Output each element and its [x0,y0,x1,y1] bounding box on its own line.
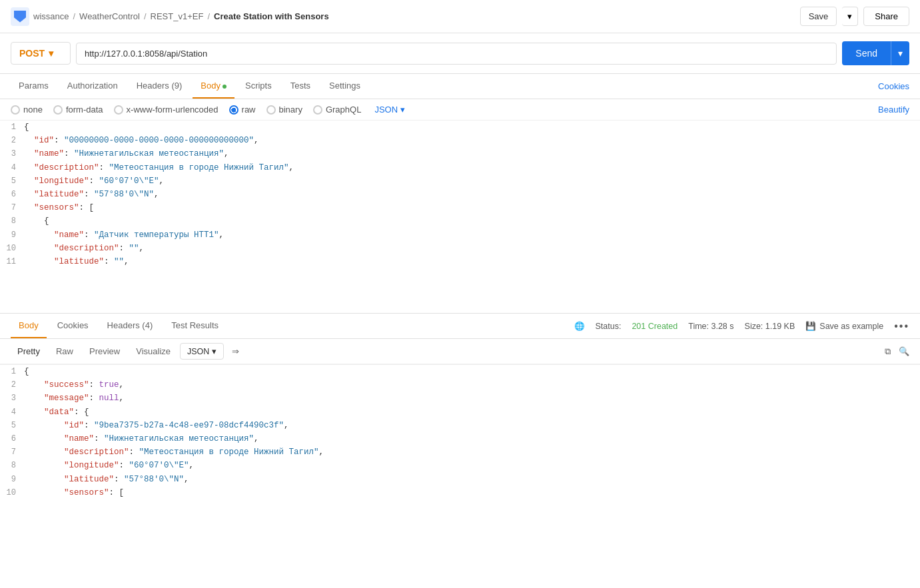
send-dropdown-icon[interactable]: ▾ [891,42,909,65]
save-example-button[interactable]: 💾 Save as example [805,321,883,331]
response-line-7: 7 "description": "Метеостанция в городе … [0,445,920,459]
breadcrumb: wissance / WeatherControl / REST_v1+EF /… [11,7,329,26]
filter-icon[interactable]: ⇒ [232,346,239,356]
body-active-dot [223,85,227,89]
top-nav: wissance / WeatherControl / REST_v1+EF /… [0,0,920,33]
status-code: 201 Created [632,322,678,331]
top-actions: Save ▾ Share [800,7,909,26]
app-logo [11,7,29,26]
body-type-graphql[interactable]: GraphQL [313,105,361,115]
body-type-row: none form-data x-www-form-urlencoded raw… [0,99,920,121]
tab-settings[interactable]: Settings [321,74,368,99]
time-label: Time: 3.28 s [688,322,733,331]
save-button[interactable]: Save [800,7,837,26]
response-line-3: 3 "message": null, [0,392,920,405]
response-line-8: 8 "longitude": "60°07'0\"E", [0,459,920,472]
resp-tab-headers[interactable]: Headers (4) [99,314,161,338]
fmt-visualize[interactable]: Visualize [129,343,177,360]
share-button[interactable]: Share [863,7,909,26]
response-line-1: 1{ [0,365,920,378]
response-line-2: 2 "success": true, [0,378,920,392]
method-selector[interactable]: POST ▾ [11,42,71,65]
request-line-6: 6 "latitude": "57°88'0\"N", [0,188,920,201]
send-label: Send [842,42,891,65]
breadcrumb-current: Create Station with Sensors [214,11,329,21]
tab-tests[interactable]: Tests [282,74,318,99]
json-format-selector[interactable]: JSON ▾ [374,105,405,115]
search-icon[interactable]: 🔍 [899,346,909,356]
response-line-9: 9 "latitude": "57°88'0\"N", [0,473,920,486]
request-line-10: 10 "description": "", [0,242,920,255]
response-line-6: 6 "name": "Нижнетагильская метеостанция"… [0,432,920,445]
resp-format-bar: Pretty Raw Preview Visualize JSON ▾ ⇒ ⧉ … [0,339,920,364]
breadcrumb-project[interactable]: WeatherControl [79,11,140,21]
body-type-binary[interactable]: binary [266,105,302,115]
fmt-raw[interactable]: Raw [49,343,80,360]
request-line-7: 7 "sensors": [ [0,201,920,214]
response-line-10: 10 "sensors": [ [0,486,920,497]
resp-right-icons: ⧉ 🔍 [885,346,909,357]
more-options-button[interactable]: ••• [894,320,909,332]
tab-body[interactable]: Body [193,74,234,99]
response-body-editor[interactable]: 1{2 "success": true,3 "message": null,4 … [0,364,920,497]
cookies-link[interactable]: Cookies [878,75,909,98]
tab-params[interactable]: Params [11,74,57,99]
method-label: POST [19,48,45,59]
request-line-11: 11 "latitude": "", [0,255,920,268]
body-type-raw[interactable]: raw [229,105,256,115]
method-dropdown-icon: ▾ [49,48,53,59]
body-type-none[interactable]: none [11,105,43,115]
radio-form-data [53,105,63,115]
tab-authorization[interactable]: Authorization [59,74,126,99]
request-bar: POST ▾ Send ▾ [0,33,920,74]
request-line-5: 5 "longitude": "60°07'0\"E", [0,174,920,188]
response-line-4: 4 "data": { [0,406,920,419]
send-button[interactable]: Send ▾ [842,41,909,65]
resp-json-dropdown-icon: ▾ [212,346,217,356]
status-label: Status: [596,322,622,331]
request-body-editor[interactable]: 1{2 "id": "00000000-0000-0000-0000-00000… [0,121,920,314]
radio-binary [266,105,276,115]
json-dropdown-icon: ▾ [400,105,405,115]
save-dropdown-button[interactable]: ▾ [842,7,858,26]
fmt-preview[interactable]: Preview [83,343,127,360]
body-type-form-data[interactable]: form-data [53,105,103,115]
request-line-2: 2 "id": "00000000-0000-0000-0000-0000000… [0,134,920,147]
request-line-3: 3 "name": "Нижнетагильская метеостанция"… [0,147,920,160]
breadcrumb-org[interactable]: wissance [33,11,69,21]
request-line-8: 8 { [0,214,920,228]
request-line-9: 9 "name": "Датчик температуры НТТ1", [0,228,920,242]
radio-none [11,105,20,115]
response-tabs-bar: Body Cookies Headers (4) Test Results 🌐 … [0,314,920,339]
size-label: Size: 1.19 KB [745,322,795,331]
url-input[interactable] [76,43,837,65]
fmt-pretty[interactable]: Pretty [11,343,47,360]
radio-raw [229,105,238,115]
tab-scripts[interactable]: Scripts [237,74,280,99]
request-line-4: 4 "description": "Метеостанция в городе … [0,161,920,174]
response-line-5: 5 "id": "9bea7375-b27a-4c48-ee97-08dcf44… [0,419,920,432]
resp-status-area: 🌐 Status: 201 Created Time: 3.28 s Size:… [574,320,910,332]
save-icon: 💾 [805,321,816,331]
resp-tab-body[interactable]: Body [11,314,47,338]
breadcrumb-collection[interactable]: REST_v1+EF [151,11,204,21]
beautify-button[interactable]: Beautify [878,105,909,115]
resp-tab-cookies[interactable]: Cookies [49,314,97,338]
resp-json-selector[interactable]: JSON ▾ [180,343,224,360]
globe-icon: 🌐 [574,321,585,331]
body-type-urlencoded[interactable]: x-www-form-urlencoded [114,105,219,115]
radio-urlencoded [114,105,123,115]
resp-tab-test-results[interactable]: Test Results [163,314,227,338]
request-tabs: Params Authorization Headers (9) Body Sc… [0,74,920,99]
tab-headers[interactable]: Headers (9) [129,74,191,99]
radio-graphql [313,105,322,115]
request-line-1: 1{ [0,121,920,134]
copy-icon[interactable]: ⧉ [885,346,891,357]
